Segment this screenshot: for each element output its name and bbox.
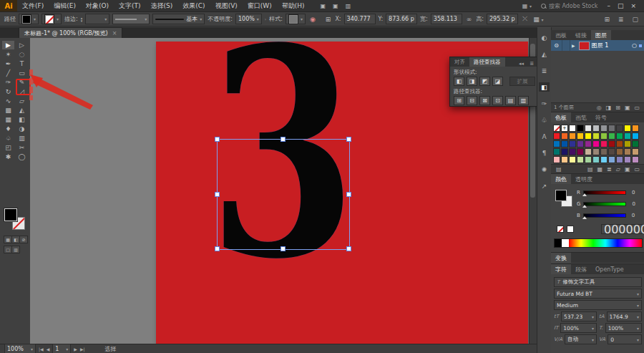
swatch[interactable] [577,140,584,148]
swatch[interactable] [616,132,623,140]
swatch[interactable] [608,156,615,163]
symbol-sprayer-tool[interactable]: ♤ [2,134,14,142]
zoom-level-combo[interactable]: 100%▾ [4,344,36,353]
swatch[interactable] [561,140,568,148]
delete-layer-icon[interactable]: ▭ [632,105,642,111]
font-size-field-combo[interactable]: 537.23▾ [561,311,597,321]
swatch[interactable] [553,132,560,140]
horizontal-scale-field[interactable]: T.100%▾ [599,323,642,333]
paintbrush-tool[interactable]: ✑ [2,78,14,87]
menu-item[interactable]: 文字(T) [114,1,146,11]
swatch[interactable] [569,148,576,155]
menu-item[interactable]: 对象(O) [81,1,114,11]
stroke-weight-stepper[interactable]: ▴▾ [81,16,83,22]
swatch[interactable] [632,156,639,163]
swatch[interactable] [624,140,631,148]
swatch-libraries-icon[interactable]: ▤ [554,166,564,173]
color-tab[interactable]: 颜色 [551,174,571,184]
shear-icon[interactable]: ⤫ [521,15,529,23]
swatch[interactable] [616,156,623,163]
fill-stroke-widget[interactable] [555,190,574,208]
canvas-area[interactable]: 3 对齐路径查找器 ◂◂ ≣ 形状模式: ◧◨◩◪ 扩展 路径查找器: ⊞⊟⊠⊡… [30,38,537,344]
next-artboard-icon[interactable]: ▶ [74,347,77,352]
transform-tab[interactable]: 变换 [551,253,571,263]
arrange-icon[interactable]: ≣ [617,16,625,23]
swatch[interactable] [592,125,600,132]
swatch[interactable] [632,140,639,148]
hex-field[interactable]: 000000 [601,224,643,234]
app-bar-icon[interactable]: ▣ [317,3,330,9]
pathfinder-outline-button[interactable]: ▤ [505,96,516,105]
swatch-libraries-icon[interactable]: ▤ [585,166,595,173]
swatch[interactable]: + [561,125,568,132]
new-sublayer-icon[interactable]: ⊞ [613,105,623,111]
pathfinder-minus-back-button[interactable]: ▥ [518,96,529,105]
blend-tool[interactable]: ◑ [16,125,28,133]
swatch[interactable] [577,148,584,155]
lock-cell[interactable] [562,40,570,51]
selection-handle[interactable] [280,246,286,251]
make-clip-mask-icon[interactable]: ◨ [604,105,614,111]
pathfinder-crop-button[interactable]: ⊡ [492,96,503,105]
swatch[interactable] [592,140,600,148]
expand-button[interactable]: 扩展 [509,77,535,86]
swatch[interactable] [600,148,608,155]
pen-tool[interactable]: ✒ [2,59,14,68]
panel-collapse-icon[interactable]: ◂◂ [516,61,527,67]
transform-menu-icon[interactable]: ▦ ▾ [532,16,545,23]
layers-tab[interactable]: 图层 [591,30,611,40]
pathfinder-merge-button[interactable]: ⊠ [479,96,490,105]
close-tab-icon[interactable]: × [112,30,117,37]
stroke-weight-combo[interactable]: ▾ [85,14,109,24]
fill-color-proxy[interactable] [4,208,17,221]
channel-slider-knob[interactable] [582,193,587,196]
channel-value[interactable]: 0 [632,190,635,195]
tracking-field[interactable]: VA0▾ [599,334,642,344]
pathfinder-tab[interactable]: 路径查找器 [469,57,505,67]
transform-panel-header[interactable]: 变换 [551,253,644,264]
font-size-field-caret-icon[interactable]: ▾ [592,314,594,319]
stock-search[interactable]: 搜索 Adobe Stock [541,2,598,10]
character-styles-panel-icon[interactable]: A [539,132,550,141]
new-swatch-icon[interactable]: ▣ [623,166,633,173]
shape-mode-minus-front-button[interactable]: ◨ [467,77,477,86]
target-circle-icon[interactable]: ○ [632,42,639,49]
swatch[interactable] [600,156,608,163]
new-color-group-icon[interactable]: ▱ [614,166,623,173]
minimize-button[interactable]: – [603,2,614,9]
swatch[interactable] [553,148,560,155]
constrain-proportions-icon[interactable]: ∞ [465,16,474,23]
brush-definition-combo[interactable]: 基本▾ [152,14,205,24]
selection-handle[interactable] [215,192,220,197]
style-combo[interactable]: ▾ [286,14,306,24]
shape-mode-intersect-button[interactable]: ◩ [479,77,490,86]
swatch[interactable] [600,125,608,132]
swatch[interactable] [608,148,615,155]
export-panel-icon[interactable]: ↗ [539,181,550,190]
selection-handle[interactable] [215,137,220,142]
selection-handle[interactable] [346,192,351,197]
selection-handle[interactable] [346,137,351,142]
swatch[interactable] [553,140,560,148]
swatches-tab[interactable]: 符号 [591,112,611,122]
workspace-switcher[interactable]: ▦ ▾ [519,3,535,9]
channel-slider[interactable] [583,213,626,218]
visibility-eye-icon[interactable]: ⊙ [551,40,562,51]
layer-row[interactable]: ⊙ ▶ 图层 1 ○ [551,40,644,51]
font-family-combo[interactable]: Futura Md BT▾ [554,289,642,299]
align-panel-icon[interactable]: ≣ [539,66,550,75]
swatch[interactable] [600,132,608,140]
locate-object-icon[interactable]: ◎ [595,105,604,111]
opacity-combo[interactable]: 100%▾ [235,14,262,24]
horizontal-scale-field-caret-icon[interactable]: ▾ [637,326,639,331]
swatch[interactable] [616,140,623,148]
swatch[interactable] [632,132,639,140]
pathfinder-panel-icon[interactable]: ◧ [539,82,550,92]
expand-arrow-icon[interactable]: ▶ [570,43,577,48]
menu-item[interactable]: 文件(F) [17,1,49,11]
swatch[interactable] [592,148,600,155]
swatch[interactable] [616,148,623,155]
channel-slider-knob[interactable] [582,216,587,219]
vertical-scale-field-caret-icon[interactable]: ▾ [592,326,594,331]
swatch[interactable] [616,125,623,132]
